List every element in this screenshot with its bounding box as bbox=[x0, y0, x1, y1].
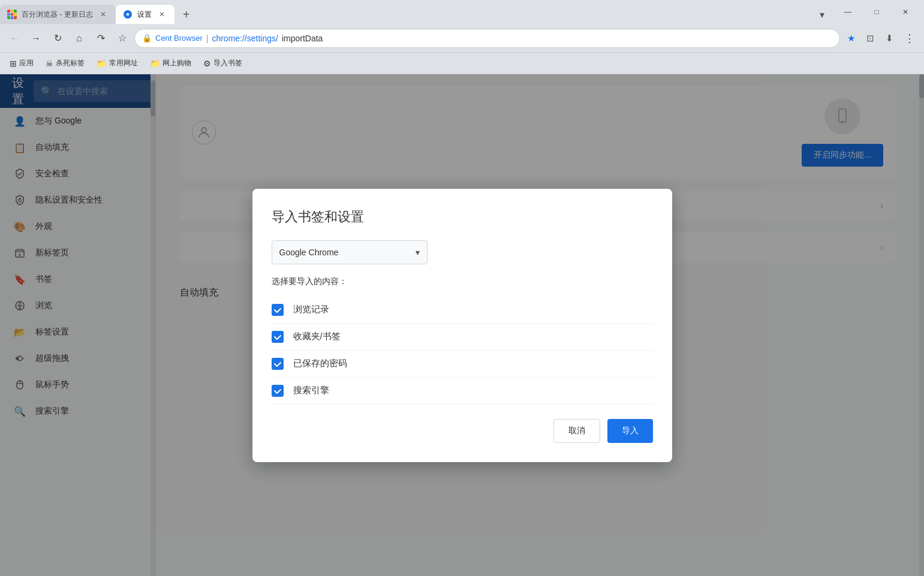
import-button[interactable]: 导入 bbox=[607, 419, 653, 443]
checkbox-history-label: 浏览记录 bbox=[293, 304, 329, 315]
checkbox-search[interactable] bbox=[272, 385, 284, 397]
tab-active-favicon bbox=[123, 10, 133, 19]
address-site-name: Cent Browser bbox=[155, 34, 203, 43]
checkbox-passwords-label: 已保存的密码 bbox=[293, 358, 347, 369]
bookmark-apps[interactable]: ⊞ 应用 bbox=[5, 56, 38, 71]
address-url-bold: chrome://settings/ bbox=[212, 34, 278, 43]
main-menu-button[interactable]: ⋮ bbox=[900, 29, 919, 48]
window-controls: — □ ✕ bbox=[829, 0, 924, 24]
tab-inactive-close[interactable]: ✕ bbox=[98, 9, 109, 20]
bookmark-common-sites[interactable]: 📁 常用网址 bbox=[92, 56, 143, 71]
home-button[interactable]: ⌂ bbox=[70, 29, 89, 48]
checkbox-passwords[interactable] bbox=[272, 358, 284, 370]
maximize-button[interactable]: □ bbox=[863, 2, 890, 22]
killtab-icon: ☠ bbox=[46, 59, 53, 68]
cancel-button[interactable]: 取消 bbox=[553, 419, 600, 443]
tab-bar: 百分浏览器 - 更新日志 ✕ 设置 ✕ + bbox=[0, 0, 815, 24]
dialog-actions: 取消 导入 bbox=[272, 419, 653, 443]
back-button[interactable]: ← bbox=[5, 29, 24, 48]
dialog-title: 导入书签和设置 bbox=[272, 208, 653, 226]
checkbox-history[interactable] bbox=[272, 304, 284, 316]
forward-button[interactable]: → bbox=[26, 29, 46, 48]
bookmark-shopping[interactable]: 📁 网上购物 bbox=[145, 56, 196, 71]
modal-overlay: 导入书签和设置 Google Chrome ▾ 选择要导入的内容： bbox=[0, 74, 924, 576]
title-bar: 百分浏览器 - 更新日志 ✕ 设置 ✕ + ▾ — □ ✕ bbox=[0, 0, 924, 24]
svg-point-1 bbox=[127, 13, 129, 16]
checkbox-bookmarks[interactable] bbox=[272, 331, 284, 343]
select-chevron-icon: ▾ bbox=[416, 248, 420, 257]
tab-inactive-title: 百分浏览器 - 更新日志 bbox=[22, 10, 93, 20]
checkbox-bookmarks-label: 收藏夹/书签 bbox=[293, 331, 341, 342]
bookmark-killtab-label: 杀死标签 bbox=[56, 58, 85, 68]
screenshot-button[interactable]: ⊡ bbox=[862, 30, 878, 47]
import-section-label: 选择要导入的内容： bbox=[272, 276, 653, 287]
minimize-button[interactable]: — bbox=[834, 2, 862, 22]
checkbox-search-label: 搜索引擎 bbox=[293, 385, 329, 396]
address-bar[interactable]: 🔒 Cent Browser | chrome://settings/impor… bbox=[134, 29, 840, 48]
tab-inactive[interactable]: 百分浏览器 - 更新日志 ✕ bbox=[0, 5, 116, 24]
new-tab-button[interactable]: + bbox=[177, 5, 196, 24]
address-url-plain: importData bbox=[282, 34, 323, 43]
address-secure-icon: 🔒 bbox=[142, 34, 152, 43]
tab-list-chevron[interactable]: ▾ bbox=[815, 5, 829, 24]
main-area: 设置 🔍 👤 您与 Google 📋 自动填充 bbox=[0, 74, 924, 576]
refresh-button[interactable]: ↻ bbox=[48, 29, 67, 48]
navigation-bar: ← → ↻ ⌂ ↷ ☆ 🔒 Cent Browser | chrome://se… bbox=[0, 24, 924, 53]
browser-select-value: Google Chrome bbox=[279, 248, 339, 257]
browser-select-container: Google Chrome ▾ bbox=[272, 240, 653, 264]
folder-icon-1: 📁 bbox=[97, 59, 107, 68]
bookmark-import-label: 导入书签 bbox=[213, 58, 242, 68]
bookmark-common-label: 常用网址 bbox=[109, 58, 138, 68]
gear-bookmark-icon: ⚙ bbox=[203, 59, 211, 68]
tab-active-title: 设置 bbox=[137, 10, 152, 20]
star-empty-button[interactable]: ☆ bbox=[113, 29, 132, 48]
tab-active[interactable]: 设置 ✕ bbox=[116, 5, 174, 24]
bookmark-shopping-label: 网上购物 bbox=[162, 58, 191, 68]
checkbox-item-passwords: 已保存的密码 bbox=[272, 351, 653, 378]
bookmarks-bar: ⊞ 应用 ☠ 杀死标签 📁 常用网址 📁 网上购物 ⚙ 导入书签 bbox=[0, 53, 924, 74]
bookmark-import[interactable]: ⚙ 导入书签 bbox=[198, 56, 247, 71]
checkbox-item-history: 浏览记录 bbox=[272, 297, 653, 324]
import-dialog: 导入书签和设置 Google Chrome ▾ 选择要导入的内容： bbox=[252, 189, 672, 462]
checkbox-item-search: 搜索引擎 bbox=[272, 378, 653, 405]
tab-inactive-favicon bbox=[7, 10, 17, 19]
checkbox-item-bookmarks: 收藏夹/书签 bbox=[272, 324, 653, 351]
bookmark-killtab[interactable]: ☠ 杀死标签 bbox=[41, 56, 89, 71]
apps-icon: ⊞ bbox=[10, 59, 17, 68]
folder-icon-2: 📁 bbox=[150, 59, 160, 68]
bookmark-apps-label: 应用 bbox=[19, 58, 34, 68]
close-button[interactable]: ✕ bbox=[892, 2, 919, 22]
bookmark-star-button[interactable]: ★ bbox=[842, 30, 859, 47]
redo-button[interactable]: ↷ bbox=[91, 29, 110, 48]
browser-select[interactable]: Google Chrome ▾ bbox=[272, 240, 428, 264]
tab-active-close[interactable]: ✕ bbox=[156, 9, 167, 20]
download-button[interactable]: ⬇ bbox=[881, 30, 898, 47]
address-separator: | bbox=[206, 34, 209, 43]
